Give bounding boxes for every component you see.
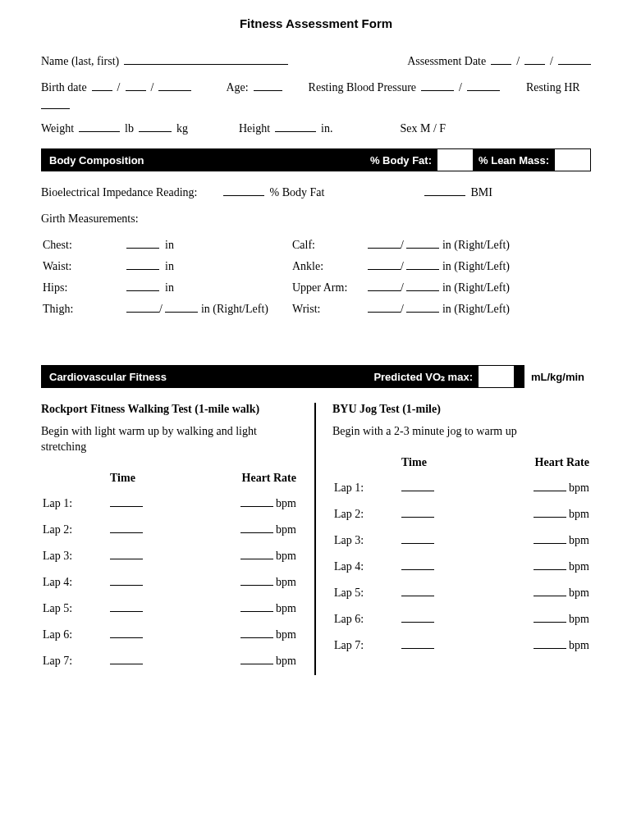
birth-mm[interactable] (92, 81, 112, 91)
row-name-date: Name (last, first) Assessment Date // (41, 55, 591, 68)
height-label: Height (239, 122, 270, 135)
byu-sub: Begin with a 2-3 minute jog to warm up (332, 424, 591, 440)
girth-table: Chest: in Calf: / in (Right/Left) Waist:… (41, 234, 591, 321)
thigh-r[interactable] (126, 303, 159, 313)
bioelectrical-label: Bioelectrical Impedance Reading: (41, 186, 197, 199)
vo2-unit: mL/kg/min (524, 365, 591, 388)
rockport-lap-table: TimeHeart Rate Lap 1: bpm Lap 2: bpm Lap… (41, 470, 298, 675)
birth-yy[interactable] (158, 81, 191, 91)
cardio-header: Cardiovascular Fitness Predicted VO₂ max… (41, 365, 591, 388)
r-lap4-hr[interactable] (240, 576, 273, 586)
r-lap3-hr[interactable] (240, 550, 273, 559)
date-yy[interactable] (558, 55, 591, 65)
vo2-input[interactable] (478, 365, 515, 388)
thigh-l[interactable] (165, 303, 198, 313)
bio-bodyfat-input[interactable] (223, 186, 264, 196)
b-lap5-time[interactable] (401, 587, 434, 596)
r-lap5-time[interactable] (110, 602, 143, 612)
r-lap1-time[interactable] (110, 497, 143, 507)
pct-bodyfat-text: % Body Fat (269, 186, 324, 199)
bp-label: Resting Blood Pressure (309, 81, 416, 94)
b-lap4-hr[interactable] (534, 560, 566, 570)
ankle-label: Ankle: (292, 257, 366, 276)
b-lap1-hr[interactable] (534, 482, 566, 491)
calf-l[interactable] (406, 239, 439, 249)
bp-dia[interactable] (467, 81, 500, 91)
r-lap1-hr[interactable] (240, 497, 273, 507)
b-lap7-time[interactable] (401, 639, 434, 649)
body-composition-header: Body Composition % Body Fat: % Lean Mass… (41, 148, 591, 171)
body-fat-box[interactable] (437, 148, 474, 171)
bp-sys[interactable] (421, 81, 454, 91)
calf-r[interactable] (368, 239, 401, 249)
kg-unit: kg (176, 122, 188, 135)
r-lap7-hr[interactable] (240, 655, 273, 664)
hr-input[interactable] (41, 99, 70, 109)
wrist-l[interactable] (406, 303, 439, 313)
height-input[interactable] (275, 122, 316, 132)
date-dd[interactable] (524, 55, 545, 65)
age-label: Age: (226, 81, 248, 94)
upperarm-l[interactable] (406, 281, 439, 291)
hips-input[interactable] (126, 281, 159, 291)
r-lap5-hr[interactable] (240, 602, 273, 612)
byu-test: BYU Jog Test (1-mile) Begin with a 2-3 m… (316, 403, 591, 675)
weight-label: Weight (41, 122, 74, 135)
cardio-title: Cardiovascular Fitness (49, 371, 373, 383)
name-label: Name (last, first) (41, 55, 119, 68)
b-lap1-time[interactable] (401, 482, 434, 491)
b-lap3-hr[interactable] (534, 534, 566, 544)
rockport-sub: Begin with light warm up by walking and … (41, 424, 298, 455)
byu-title: BYU Jog Test (1-mile) (332, 403, 591, 416)
upperarm-r[interactable] (368, 281, 401, 291)
wrist-label: Wrist: (292, 299, 366, 319)
ankle-l[interactable] (406, 260, 439, 270)
row-birth-age-bp-hr: Birth date // Age: Resting Blood Pressur… (41, 81, 591, 109)
in-unit: in. (321, 122, 332, 135)
lean-mass-box[interactable] (554, 148, 591, 171)
hr-label: Resting HR (526, 81, 580, 94)
date-mm[interactable] (491, 55, 511, 65)
b-lap2-time[interactable] (401, 508, 434, 518)
b-lap6-hr[interactable] (534, 613, 566, 623)
ankle-r[interactable] (368, 260, 401, 270)
b-lap7-hr[interactable] (534, 639, 566, 649)
assessment-date-label: Assessment Date (407, 55, 486, 68)
r-lap4-time[interactable] (110, 576, 143, 586)
b-lap6-time[interactable] (401, 613, 434, 623)
r-lap3-time[interactable] (110, 550, 143, 559)
r-lap7-time[interactable] (110, 655, 143, 664)
body-comp-title: Body Composition (49, 154, 370, 167)
body-fat-label: % Body Fat: (370, 154, 432, 167)
b-lap2-hr[interactable] (534, 508, 566, 518)
row-bioelectrical: Bioelectrical Impedance Reading: % Body … (41, 186, 591, 199)
r-lap2-time[interactable] (110, 523, 143, 533)
cardio-tests: Rockport Fitness Walking Test (1-mile wa… (41, 403, 591, 675)
wrist-r[interactable] (368, 303, 401, 313)
sex-label: Sex M / F (400, 122, 446, 135)
chest-input[interactable] (126, 239, 159, 249)
name-input[interactable] (124, 55, 288, 65)
b-lap5-hr[interactable] (534, 587, 566, 596)
r-lap2-hr[interactable] (240, 523, 273, 533)
byu-lap-table: TimeHeart Rate Lap 1: bpm Lap 2: bpm Lap… (332, 454, 591, 660)
waist-input[interactable] (126, 260, 159, 270)
lean-mass-label: % Lean Mass: (479, 154, 549, 167)
weight-kg-input[interactable] (139, 122, 172, 132)
bmi-text: BMI (470, 186, 492, 199)
age-input[interactable] (254, 81, 282, 91)
birth-dd[interactable] (126, 81, 146, 91)
birthdate-label: Birth date (41, 81, 87, 94)
b-lap3-time[interactable] (401, 534, 434, 544)
calf-label: Calf: (292, 235, 366, 255)
lb-unit: lb (125, 122, 134, 135)
r-lap6-hr[interactable] (240, 628, 273, 638)
thigh-label: Thigh: (43, 299, 125, 319)
bmi-input[interactable] (424, 186, 465, 196)
weight-lb-input[interactable] (79, 122, 120, 132)
girth-header: Girth Measurements: (41, 212, 591, 226)
upperarm-label: Upper Arm: (292, 278, 366, 298)
page-title: Fitness Assessment Form (41, 16, 591, 30)
r-lap6-time[interactable] (110, 628, 143, 638)
b-lap4-time[interactable] (401, 560, 434, 570)
